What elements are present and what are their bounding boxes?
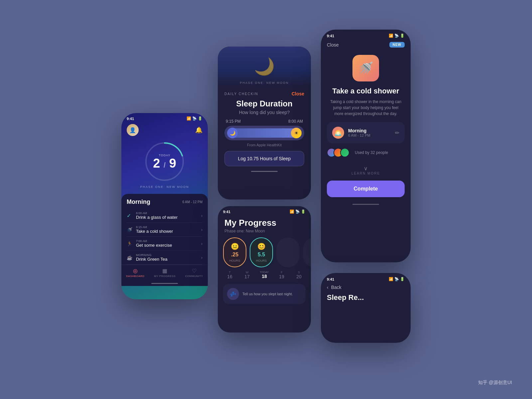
circle-dark-1 xyxy=(276,237,300,267)
progress-icon: ▦ xyxy=(162,268,167,274)
num-teal: 5.5 xyxy=(258,252,265,258)
morning-section: Morning 6 AM - 12 PM ✓ 6:00 AM Drink a g… xyxy=(121,194,208,265)
status-time-5: 9:41 xyxy=(327,277,334,281)
phone-sleep-duration: 🌙 PHASE ONE: NEW MOON DAILY CHECKIN Clos… xyxy=(218,47,311,200)
arrow-icon-shower: › xyxy=(201,227,202,232)
signal-icon: 📶 xyxy=(187,116,191,121)
log-sleep-button[interactable]: Log 10.75 Hours of Sleep xyxy=(224,151,304,166)
unit-orange: HOURS xyxy=(229,259,240,262)
shower-emoji: 🚿 xyxy=(358,61,373,75)
detail-close-button[interactable]: Close xyxy=(327,42,339,48)
tab-bar: ◎ DASHBOARD ▦ MY PROGRESS ♡ COMMUNITY xyxy=(121,265,208,282)
home-indicator-1 xyxy=(121,282,208,286)
close-button[interactable]: Close xyxy=(292,91,304,96)
task-name-tea: Drink Green Tea xyxy=(136,257,201,262)
slider-thumb-left[interactable]: 🌙 xyxy=(227,128,238,138)
exercise-icon: 🏃 xyxy=(127,241,136,246)
top-gradient: 🌙 PHASE ONE: NEW MOON xyxy=(218,47,311,86)
wifi-icon-5: 📡 xyxy=(394,277,399,281)
task-time-water: 6:00 AM xyxy=(136,211,201,215)
morning-card-info: Morning 6 AM - 12 PM xyxy=(348,128,391,137)
emoji-teal: 😊 xyxy=(257,242,266,250)
morning-header: Morning 6 AM - 12 PM xyxy=(127,199,202,205)
date-col-today: TODAY 18 xyxy=(258,271,271,279)
progress-subtitle: Phase one: New Moon xyxy=(218,229,311,237)
shower-icon-container: 🚿 xyxy=(321,52,411,87)
community-icon: ♡ xyxy=(192,268,197,274)
task-item-exercise[interactable]: 🏃 7:00 AM Get some exercise › xyxy=(127,237,202,251)
task-info-tea: MORNING Drink Green Tea xyxy=(136,253,201,262)
home-bar-4 xyxy=(352,204,379,205)
learn-more-label: LEARN MORE xyxy=(321,172,411,175)
sleep-slider[interactable]: 🌙 ☀ xyxy=(224,126,304,140)
detail-desc: Taking a cold shower in the morning can … xyxy=(321,99,411,122)
sleep-title: Sleep Duration xyxy=(218,99,311,108)
tab-community-label: COMMUNITY xyxy=(185,275,203,278)
home-bar-1 xyxy=(151,283,178,284)
status-bar-3: 9:41 📶 📡 🔋 xyxy=(218,206,311,216)
phone-progress: 9:41 📶 📡 🔋 My Progress Phase one: New Mo… xyxy=(218,206,311,332)
tab-progress[interactable]: ▦ MY PROGRESS xyxy=(154,268,176,278)
social-row: Used by 32 people xyxy=(321,143,411,162)
wifi-icon-3: 📡 xyxy=(295,209,300,214)
tab-dashboard[interactable]: ◎ DASHBOARD xyxy=(126,268,144,278)
moon-display: 🌙 xyxy=(254,57,275,76)
date-row: T 16 W 17 TODAY 18 F 19 S 20 xyxy=(218,267,311,281)
new-badge: NEW xyxy=(389,42,405,48)
phase-label-1: PHASE ONE: NEW MOON xyxy=(140,185,189,189)
emoji-orange: 😐 xyxy=(231,242,239,250)
notif-text: Tell us how you slept last night. xyxy=(242,292,293,296)
circle-text: TODAY 2 / 9 xyxy=(153,154,176,170)
task-name-exercise: Get some exercise xyxy=(136,243,201,248)
time-end: 8:00 AM xyxy=(288,119,303,124)
edit-icon[interactable]: ✏ xyxy=(395,130,399,136)
social-text: Used by 32 people xyxy=(355,150,388,155)
detail-header-row: Close NEW xyxy=(321,41,411,52)
notification-card[interactable]: 💤 Tell us how you slept last night. xyxy=(223,284,306,304)
checkin-label: DAILY CHECKIN xyxy=(224,92,258,96)
tab-community[interactable]: ♡ COMMUNITY xyxy=(185,268,203,278)
status-icons-4: 📶 📡 🔋 xyxy=(389,34,405,38)
circle-orange: 😐 .25 HOURS xyxy=(223,237,246,267)
avatar-1[interactable]: 👤 xyxy=(127,124,139,136)
morning-card-name: Morning xyxy=(348,128,391,133)
status-icons-3: 📶 📡 🔋 xyxy=(290,209,306,214)
status-bar-4: 9:41 📶 📡 🔋 xyxy=(321,30,411,41)
morning-time: 6 AM - 12 PM xyxy=(182,200,202,204)
bottom-indicator-2 xyxy=(218,166,311,175)
status-bar-5: 9:41 📶 📡 🔋 xyxy=(321,273,411,283)
tab-progress-label: MY PROGRESS xyxy=(154,275,176,278)
wifi-icon: 📡 xyxy=(192,116,197,121)
social-avatar-3 xyxy=(340,148,349,157)
task-info-exercise: 7:00 AM Get some exercise xyxy=(136,239,201,248)
dashboard-icon: ◎ xyxy=(133,268,138,274)
morning-card[interactable]: 🌅 Morning 6 AM - 12 PM ✏ xyxy=(327,122,405,143)
tea-icon: ☕ xyxy=(127,255,136,260)
date-col-f: F 19 xyxy=(275,271,288,279)
arrow-icon-exercise: › xyxy=(201,241,202,246)
header-row-1: 👤 🔔 xyxy=(121,123,208,137)
right-column: 9:41 📶 📡 🔋 Close NEW 🚿 Take a cold showe… xyxy=(321,56,411,343)
watermark: 知乎 @源创意UI xyxy=(478,380,512,386)
status-time-4: 9:41 xyxy=(327,34,334,38)
battery-icon-4: 🔋 xyxy=(400,34,405,38)
signal-icon-3: 📶 xyxy=(290,209,294,214)
date-col-s: S 20 xyxy=(292,271,306,279)
arrow-icon-tea: › xyxy=(201,255,202,260)
sleep-subtitle: How long did you sleep? xyxy=(218,108,311,119)
learn-more-section[interactable]: ∨ LEARN MORE xyxy=(321,162,411,177)
morning-title: Morning xyxy=(127,199,150,205)
bell-icon[interactable]: 🔔 xyxy=(195,126,202,134)
complete-button[interactable]: Complete xyxy=(327,181,405,197)
time-row: 9:15 PM 8:00 AM xyxy=(218,119,311,124)
task-info-shower: 6:15 AM Take a cold shower xyxy=(136,225,201,234)
task-item-shower[interactable]: 🚿 6:15 AM Take a cold shower › xyxy=(127,223,202,237)
signal-icon-5: 📶 xyxy=(389,277,393,281)
slider-thumb-right[interactable]: ☀ xyxy=(291,128,302,138)
task-item-tea[interactable]: ☕ MORNING Drink Green Tea › xyxy=(127,251,202,265)
checkin-header: DAILY CHECKIN Close xyxy=(218,86,311,99)
status-icons-1: 📶 📡 🔋 xyxy=(187,116,202,121)
back-button[interactable]: Back xyxy=(331,285,341,290)
report-header-row: ‹ Back xyxy=(321,283,411,293)
task-item-water[interactable]: ✓ 6:00 AM Drink a glass of water › xyxy=(127,209,202,223)
